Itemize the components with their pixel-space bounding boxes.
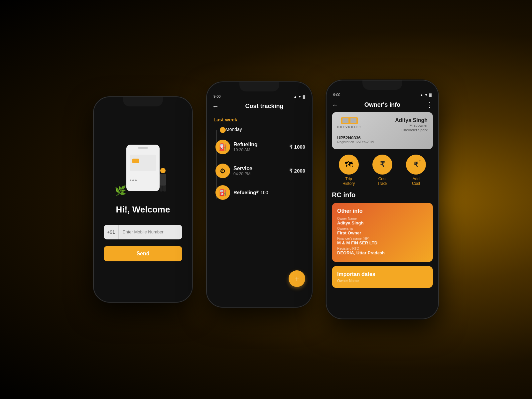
chevrolet-logo: CHEVROLET	[337, 117, 362, 129]
other-info-val-rto: DEORIA, Uttar Pradesh	[337, 250, 428, 255]
owner-content: CHEVROLET Aditya Singh First owner Chevr…	[327, 112, 438, 319]
other-info-title: Other info	[337, 208, 428, 214]
cost-tracking-screen: 9:00 ▲ ▼ ▓ ← Cost tracking Last week Mon…	[207, 82, 312, 307]
important-dates-title: Importan dates	[337, 271, 428, 277]
send-button[interactable]: Send	[104, 246, 182, 261]
service-time: 04:20 PM	[233, 172, 289, 176]
timeline-item-refueling: ⛽ Refueling 10:20 AM ₹ 1000	[220, 142, 305, 152]
trip-history-action[interactable]: 🗺 TripHistory	[339, 155, 359, 186]
signal-icon-3: ▲	[420, 93, 423, 97]
fab-add-button[interactable]: +	[289, 270, 305, 287]
welcome-illustration: 🌿	[113, 138, 173, 198]
card-dots	[130, 180, 137, 181]
service-amount: ₹ 2000	[289, 168, 305, 174]
person-figure	[156, 168, 170, 195]
other-info-financer: Financer's name (HP) M & M FIN SER LTD	[337, 237, 428, 245]
timeline-item-refueling-2: ⛽ Refueling ₹ 100	[220, 190, 305, 199]
owner-type: First owner	[395, 123, 428, 127]
person-head	[160, 168, 166, 173]
more-options-button[interactable]: ⋮	[426, 101, 433, 109]
back-button-3[interactable]: ←	[332, 101, 338, 109]
owner-name: Aditya Singh	[395, 117, 428, 123]
important-dates-section[interactable]: Importan dates Owner Name	[332, 266, 433, 288]
signal-icon: ▲	[294, 95, 297, 98]
other-info-owner-name: Owner Name Aditya Singh	[337, 217, 428, 225]
phone-welcome: 🌿 Hi!, Welcome +91 Send	[93, 96, 193, 303]
other-info-ownership: Ownership First Owner	[337, 227, 428, 235]
other-info-card: Other info Owner Name Aditya Singh Owner…	[332, 203, 433, 262]
welcome-screen: 🌿 Hi!, Welcome +91 Send	[94, 97, 192, 302]
welcome-title: Hi!, Welcome	[116, 204, 170, 215]
section-last-week: Last week	[213, 117, 305, 122]
time-3: 9:00	[333, 93, 340, 97]
important-dates-sub: Owner Name	[337, 279, 428, 283]
card-inner	[130, 155, 156, 171]
mobile-number-input[interactable]	[119, 225, 182, 239]
other-info-val-ownership: First Owner	[337, 230, 428, 235]
timeline: Monday ⛽ Refueling 10:20 AM ₹ 1000 ⚙ Ser…	[213, 126, 305, 199]
status-icons-2: ▲ ▼ ▓	[294, 95, 305, 98]
phone-owners-info: 9:00 ▲ ▼ ▓ ← Owner's info ⋮ CHEVROLET	[326, 80, 439, 319]
refueling-2-icon: ⛽	[215, 185, 230, 200]
service-name: Service	[233, 166, 289, 172]
owner-name-block: Aditya Singh First owner Chevrolet Spark	[395, 117, 428, 132]
monday-label: Monday	[225, 127, 242, 132]
refueling-icon: ⛽	[215, 140, 230, 154]
other-info-key-ownership: Ownership	[337, 227, 428, 230]
timeline-start: Monday	[220, 126, 305, 132]
owner-car-model: Chevrolet Spark	[395, 128, 428, 132]
service-icon: ⚙	[215, 164, 230, 178]
mobile-input-group[interactable]: +91	[104, 225, 182, 239]
battery-icon: ▓	[303, 95, 305, 98]
other-info-val-owner: Aditya Singh	[337, 220, 428, 225]
add-cost-action[interactable]: ₹↑ AddCost	[406, 155, 426, 186]
person-body	[160, 174, 166, 186]
refueling-info: Refueling 10:20 AM	[233, 142, 289, 152]
refueling-time: 10:20 AM	[233, 148, 289, 152]
leaf-decor: 🌿	[115, 185, 126, 196]
status-bar-2: 9:00 ▲ ▼ ▓	[207, 94, 312, 100]
trip-history-icon: 🗺	[339, 155, 359, 175]
refueling-2-name: Refueling	[233, 190, 256, 195]
action-icons-row: 🗺 TripHistory ₹ CostTrack ₹↑ AddCost	[327, 155, 438, 191]
cost-track-icon: ₹	[372, 155, 392, 175]
country-prefix: +91	[104, 225, 119, 239]
timeline-item-service: ⚙ Service 04:20 PM ₹ 2000	[220, 166, 305, 176]
wifi-icon: ▼	[298, 95, 302, 98]
cost-track-action[interactable]: ₹ CostTrack	[372, 155, 392, 186]
owner-card: CHEVROLET Aditya Singh First owner Chevr…	[332, 112, 433, 149]
rc-info-title: RC info	[327, 191, 438, 203]
other-info-rto: Registerd RTO DEORIA, Uttar Pradesh	[337, 247, 428, 255]
other-info-val-financer: M & M FIN SER LTD	[337, 240, 428, 245]
refueling-2-amount: ₹ 100	[256, 190, 268, 195]
battery-icon-3: ▓	[429, 93, 432, 97]
phone-mockup	[126, 145, 160, 191]
other-info-key-rto: Registerd RTO	[337, 247, 428, 250]
cost-tracking-header: ← Cost tracking	[207, 100, 312, 113]
refueling-name: Refueling	[233, 142, 289, 148]
wifi-icon-3: ▼	[425, 93, 428, 97]
refueling-amount: ₹ 1000	[289, 144, 305, 150]
service-info: Service 04:20 PM	[233, 166, 289, 176]
other-info-key-owner: Owner Name	[337, 217, 428, 220]
phone-cost-tracking: 9:00 ▲ ▼ ▓ ← Cost tracking Last week Mon…	[206, 81, 313, 308]
back-button-2[interactable]: ←	[212, 102, 219, 110]
owners-info-title: Owner's info	[342, 101, 423, 108]
owners-info-screen: 9:00 ▲ ▼ ▓ ← Owner's info ⋮ CHEVROLET	[327, 80, 438, 319]
chevrolet-text: CHEVROLET	[337, 125, 362, 129]
owner-reg-date: Register on 12-Feb-2019	[337, 140, 428, 144]
add-cost-label: AddCost	[412, 177, 420, 186]
chevrolet-bowtie-icon	[341, 117, 358, 124]
person-legs	[156, 186, 170, 192]
owners-info-header: ← Owner's info ⋮	[327, 99, 438, 112]
status-bar-3: 9:00 ▲ ▼ ▓	[327, 92, 438, 99]
add-cost-icon: ₹↑	[406, 155, 426, 175]
owner-card-top: CHEVROLET Aditya Singh First owner Chevr…	[337, 117, 428, 132]
owner-reg-number: UP52N0336	[337, 135, 428, 140]
time-2: 9:00	[213, 94, 220, 98]
cost-tracking-title: Cost tracking	[222, 103, 307, 110]
refueling-2-info: Refueling	[233, 190, 256, 195]
trip-history-label: TripHistory	[342, 177, 355, 186]
status-icons-3: ▲ ▼ ▓	[420, 93, 432, 97]
other-info-key-financer: Financer's name (HP)	[337, 237, 428, 240]
